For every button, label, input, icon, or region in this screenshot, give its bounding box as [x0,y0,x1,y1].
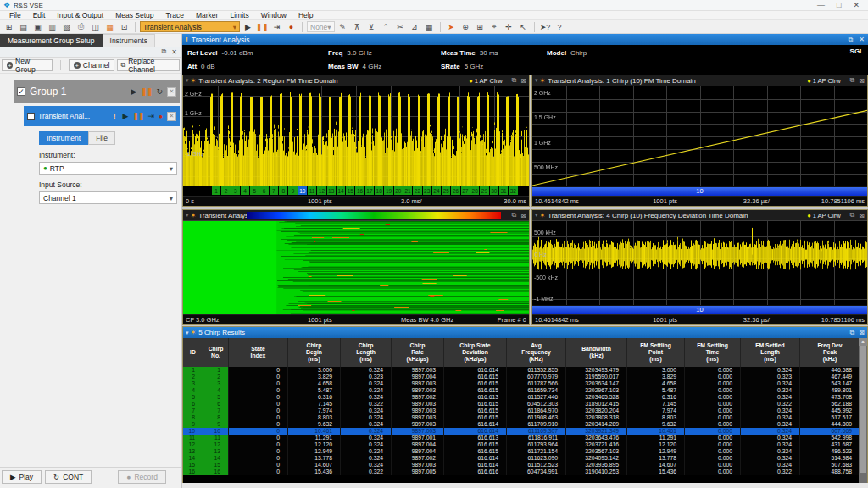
undock-panel-icon[interactable]: ⧉ [162,47,167,56]
region-marker-31[interactable]: 31 [499,186,508,195]
maximize-icon[interactable]: □ [837,1,841,9]
delete-window-icon[interactable]: ⊠ [520,77,526,85]
channel-button[interactable]: + Channel [69,59,115,71]
region-marker-7[interactable]: 7 [270,186,278,195]
measurement-row[interactable]: Transient Anal... ! ▶ ❚❚ ⇥ ● ✕ [24,106,180,126]
group-play-icon[interactable]: ▶ [131,87,136,96]
column-header[interactable]: Chirp Rate (kHz/µs) [392,338,444,367]
table-row[interactable]: 9909.6320.3249897.003616.614611709.91032… [183,421,860,428]
delete-window-icon[interactable]: ⊠ [859,329,865,336]
window-titlebar[interactable]: ▾✶Transient Analysis: 1 Chirp (10) FM Ti… [532,75,867,86]
table-row[interactable]: 1010010.4610.3249897.003616.614611169.30… [183,428,860,435]
meas-single-icon[interactable]: ⇥ [148,112,155,120]
meas-play-icon[interactable]: ▶ [123,112,129,120]
meas-pause-icon[interactable]: ❚❚ [133,112,144,120]
group-row[interactable]: ✓ Group 1 ▶ ❚❚ ↻ ✕ [14,80,180,103]
context-help-icon[interactable]: ➤? [539,21,552,32]
table-row[interactable]: 5506.3160.3249897.002616.613611527.44632… [183,394,860,401]
group-continuous-icon[interactable]: ↻ [156,87,163,96]
region-marker-3[interactable]: 3 [231,186,240,195]
window-titlebar[interactable]: ▾✶Transient Analysis: 3 Full Spectrogram… [183,210,529,221]
column-header[interactable]: FM Settling Time (ms) [685,338,741,367]
save-icon[interactable]: ▤ [17,21,30,32]
plot-canvas-w3[interactable] [183,221,529,314]
column-header[interactable]: State Index [229,338,288,367]
menu-item-marker[interactable]: Marker [190,11,224,19]
group-close-button[interactable]: ✕ [167,87,176,97]
region-marker-22[interactable]: 22 [413,186,421,195]
region-marker-27[interactable]: 27 [461,186,470,195]
select-cursor-icon[interactable]: ➤ [445,21,458,32]
column-header[interactable]: Bandwidth (kHz) [566,338,627,367]
pause-icon[interactable]: ❚❚ [256,21,269,32]
menu-item-file[interactable]: File [3,11,27,19]
region-marker-29[interactable]: 29 [480,186,488,195]
table-row[interactable]: 1515014.6070.3249897.003616.614611512.52… [183,462,860,469]
run-icon[interactable]: ▶ [242,21,254,32]
window-menu-icon[interactable]: ▾ [535,77,538,84]
table-row[interactable]: 8808.8030.3249897.003616.615611908.46332… [183,414,860,421]
undock-window-icon[interactable]: ⧉ [850,76,855,85]
plot-area-w3[interactable] [183,221,529,314]
region-marker-20[interactable]: 20 [394,186,403,195]
region-marker-6[interactable]: 6 [259,186,268,195]
tab-file[interactable]: File [88,131,115,145]
arrange-layout-icon[interactable]: ⊞ [3,21,15,32]
smartgrid-icon[interactable]: ▦ [103,21,116,32]
region-marker-12[interactable]: 12 [317,186,326,195]
new-window-icon[interactable]: ⊡ [118,21,131,32]
region-marker-24[interactable]: 24 [432,186,441,195]
marker-func-icon[interactable]: ✂ [394,21,407,32]
instrument-select[interactable]: ● RTP ▾ [39,162,177,175]
group-checkbox[interactable]: ✓ [17,87,25,96]
minimize-icon[interactable]: — [817,1,825,9]
column-header[interactable]: Chirp No. [203,338,229,367]
limit-icon[interactable]: ⊿ [409,21,421,32]
region-marker-8[interactable]: 8 [279,186,287,195]
column-header[interactable]: Chirp Length (ms) [341,338,392,367]
group-pause-icon[interactable]: ❚❚ [141,87,152,96]
delta-marker-icon[interactable]: ⊻ [365,21,378,32]
window-menu-icon[interactable]: ▾ [535,212,538,219]
marker-icon[interactable]: ⊼ [351,21,364,32]
report-icon[interactable]: ▥ [46,21,58,32]
delete-window-icon[interactable]: ⊠ [859,77,865,85]
region-marker-17[interactable]: 17 [365,186,374,195]
open-icon[interactable]: ▣ [31,21,44,32]
region-marker-23[interactable]: 23 [423,186,431,195]
region-marker-25[interactable]: 25 [442,186,450,195]
plot-canvas-w2[interactable] [183,86,529,186]
column-header[interactable]: Chirp Begin (ms) [288,338,341,367]
delete-window-icon[interactable]: ⊠ [859,212,865,219]
zoom-icon[interactable]: ⊕ [459,21,472,32]
chirp-scrollbar[interactable]: 10 [532,305,867,314]
scroll-up-icon[interactable]: ▲ [859,338,867,346]
region-marker-15[interactable]: 15 [346,186,354,195]
undock-window-icon[interactable]: ⧉ [512,76,517,85]
new-group-button[interactable]: + New Group [2,59,53,71]
meas-record-icon[interactable]: ● [159,113,163,120]
close-icon[interactable]: ✕ [853,1,860,9]
table-row[interactable]: 1212012.1200.3249897.004616.615611793.96… [183,441,860,448]
window-menu-icon[interactable]: ▾ [186,330,189,336]
chirp-scrollbar[interactable]: 10 [532,186,867,196]
window-menu-icon[interactable]: ▾ [186,77,189,84]
column-header[interactable]: Chirp State Deviation (kHz/µs) [444,338,507,367]
plot-canvas-w1[interactable] [532,86,867,186]
channel-selector[interactable]: Transient Analysis▾ [140,21,240,32]
close-panel-icon[interactable]: ✕ [171,48,177,56]
vertical-scrollbar[interactable]: ▲ ▼ [859,338,867,488]
trace-config-icon[interactable]: ✎ [337,21,349,32]
region-marker-28[interactable]: 28 [470,186,479,195]
table-row[interactable]: 4405.4870.3249897.003616.615611659.73432… [183,387,860,394]
table-row[interactable]: 6607.1450.3229897.003616.615604512.30331… [183,401,860,408]
undo-zoom-icon[interactable]: ↖ [517,21,530,32]
menu-item-edit[interactable]: Edit [27,11,52,19]
meas-close-button[interactable]: ✕ [167,112,176,121]
peak-search-icon[interactable]: ⌃ [380,21,392,32]
replace-channel-button[interactable]: ⧉ Replace Channel [117,59,180,71]
menu-item-trace[interactable]: Trace [160,11,190,19]
help-icon[interactable]: ? [554,21,566,32]
plot-canvas-w4[interactable] [532,221,867,305]
sidebar-tab-instruments[interactable]: Instruments [103,34,155,47]
